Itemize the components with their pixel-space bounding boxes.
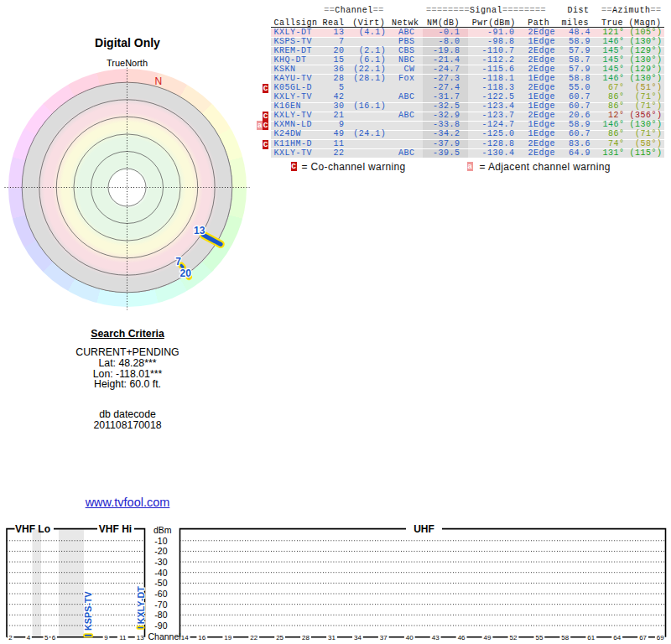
svg-text:22: 22	[250, 634, 257, 641]
svg-text:64: 64	[613, 634, 621, 641]
svg-text:52: 52	[510, 634, 518, 641]
svg-text:7: 7	[175, 256, 181, 267]
svg-text:VHF Lo: VHF Lo	[15, 523, 50, 535]
svg-text:49: 49	[484, 634, 492, 641]
svg-text:9: 9	[104, 634, 108, 641]
svg-text:13: 13	[194, 225, 205, 236]
svg-text:16: 16	[198, 634, 205, 641]
svg-text:-30: -30	[154, 557, 167, 567]
svg-text:-70: -70	[154, 600, 167, 610]
svg-text:40: 40	[406, 634, 414, 641]
svg-text:UHF: UHF	[414, 523, 434, 535]
svg-text:11: 11	[119, 634, 127, 641]
svg-text:-10: -10	[154, 536, 167, 546]
svg-text:-60: -60	[154, 589, 167, 599]
svg-text:2: 2	[8, 634, 13, 641]
svg-text:43: 43	[432, 634, 440, 641]
svg-text:55: 55	[535, 634, 543, 641]
svg-text:KSPS-TV: KSPS-TV	[83, 590, 93, 631]
svg-text:4: 4	[27, 634, 31, 641]
svg-text:34: 34	[354, 634, 362, 641]
svg-text:58: 58	[561, 634, 569, 641]
svg-text:KXLY-DT: KXLY-DT	[136, 586, 146, 625]
svg-text:-40: -40	[154, 568, 167, 578]
svg-text:14: 14	[181, 634, 189, 641]
svg-text:-90: -90	[154, 621, 167, 631]
svg-text:69: 69	[657, 634, 664, 641]
svg-text:19: 19	[224, 634, 231, 641]
svg-text:dBm: dBm	[153, 525, 172, 535]
svg-text:VHF Hi: VHF Hi	[99, 523, 132, 535]
svg-text:-20: -20	[154, 546, 167, 556]
svg-text:-80: -80	[154, 610, 167, 620]
svg-text:28: 28	[302, 634, 309, 641]
svg-text:13: 13	[137, 634, 144, 641]
svg-text:-50: -50	[154, 578, 167, 588]
svg-text:6: 6	[52, 634, 56, 641]
svg-text:37: 37	[380, 634, 388, 641]
svg-text:61: 61	[587, 634, 595, 641]
svg-text:46: 46	[458, 634, 466, 641]
svg-text:5: 5	[44, 634, 49, 641]
svg-text:31: 31	[328, 634, 336, 641]
svg-text:Channel: Channel	[148, 631, 181, 641]
svg-text:20: 20	[180, 267, 192, 279]
svg-text:67: 67	[639, 634, 647, 641]
svg-text:25: 25	[276, 634, 283, 641]
